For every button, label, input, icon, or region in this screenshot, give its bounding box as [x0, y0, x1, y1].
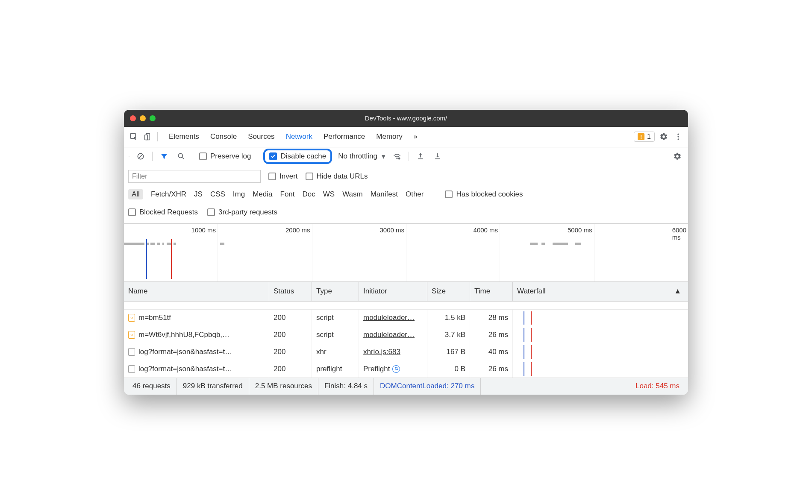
kebab-menu-icon[interactable] [673, 131, 684, 142]
svg-point-10 [398, 158, 400, 160]
search-icon[interactable] [176, 151, 187, 162]
tab-sources[interactable]: Sources [248, 132, 274, 141]
tick-label: 4000 ms [474, 226, 500, 234]
tab-network[interactable]: Network [286, 132, 312, 141]
col-initiator[interactable]: Initiator [359, 282, 427, 301]
request-size: 3.7 kB [427, 326, 470, 343]
disable-cache-label: Disable cache [280, 152, 326, 161]
type-font[interactable]: Font [280, 190, 295, 199]
import-har-icon[interactable] [415, 151, 426, 162]
request-time: 40 ms [470, 343, 513, 360]
col-time[interactable]: Time [470, 282, 513, 301]
request-type: xhr [312, 343, 359, 360]
file-type-icon [128, 348, 135, 356]
type-doc[interactable]: Doc [303, 190, 315, 199]
svg-point-3 [677, 134, 679, 135]
disable-cache-highlight: Disable cache [263, 149, 332, 164]
invert-checkbox[interactable]: Invert [268, 172, 298, 181]
disable-cache-checkbox[interactable]: Disable cache [269, 152, 326, 161]
panel-settings-icon[interactable] [672, 151, 683, 162]
type-img[interactable]: Img [233, 190, 245, 199]
blocked-requests-checkbox[interactable]: Blocked Requests [128, 208, 198, 217]
divider [193, 152, 193, 161]
initiator-link[interactable]: moduleloader… [363, 314, 415, 322]
request-status: 200 [269, 326, 312, 343]
table-row[interactable]: log?format=json&hasfast=t… 200 xhr xhrio… [124, 343, 688, 360]
type-ws[interactable]: WS [323, 190, 335, 199]
svg-rect-2 [145, 135, 148, 140]
preserve-log-checkbox[interactable]: Preserve log [199, 152, 251, 161]
hide-data-urls-checkbox[interactable]: Hide data URLs [306, 172, 368, 181]
request-time: 28 ms [470, 310, 513, 326]
file-type-icon: ‹› [128, 314, 135, 322]
tab-performance[interactable]: Performance [324, 132, 365, 141]
device-toolbar-icon[interactable] [143, 131, 154, 142]
type-other[interactable]: Other [406, 190, 424, 199]
waterfall-cell [513, 343, 688, 360]
tab-memory[interactable]: Memory [376, 132, 402, 141]
warning-icon: ! [638, 133, 644, 140]
issues-count: 1 [647, 133, 651, 141]
col-waterfall[interactable]: Waterfall▲ [513, 282, 688, 301]
filter-icon[interactable] [159, 151, 170, 162]
third-party-checkbox[interactable]: 3rd-party requests [207, 208, 277, 217]
type-manifest[interactable]: Manifest [371, 190, 398, 199]
type-filter-row: All Fetch/XHR JS CSS Img Media Font Doc … [128, 186, 684, 203]
status-requests: 46 requests [127, 378, 177, 395]
initiator-link[interactable]: moduleloader… [363, 331, 415, 339]
request-size: 167 B [427, 343, 470, 360]
col-size[interactable]: Size [427, 282, 470, 301]
request-time: 26 ms [470, 326, 513, 343]
export-har-icon[interactable] [432, 151, 443, 162]
tick-label: 1000 ms [191, 226, 218, 234]
main-toolbar: Elements Console Sources Network Perform… [124, 127, 688, 147]
close-window-button[interactable] [130, 115, 136, 121]
type-wasm[interactable]: Wasm [342, 190, 363, 199]
divider [157, 132, 158, 141]
type-media[interactable]: Media [253, 190, 272, 199]
throttling-select[interactable]: No throttling ▾ [338, 152, 385, 161]
table-row[interactable]: ‹›m=bm51tf 200 script moduleloader… 1.5 … [124, 309, 688, 326]
type-fetch-xhr[interactable]: Fetch/XHR [151, 190, 186, 199]
type-all[interactable]: All [128, 189, 143, 199]
clear-icon[interactable] [135, 151, 146, 162]
tab-elements[interactable]: Elements [169, 132, 199, 141]
minimize-window-button[interactable] [140, 115, 146, 121]
maximize-window-button[interactable] [150, 115, 156, 121]
titlebar: DevTools - www.google.com/ [124, 110, 688, 127]
filter-bar: Invert Hide data URLs All Fetch/XHR JS C… [124, 166, 688, 224]
svg-rect-11 [418, 158, 423, 159]
filter-input[interactable] [128, 170, 261, 183]
table-row[interactable]: log?format=json&hasfast=t… 200 preflight… [124, 360, 688, 378]
type-css[interactable]: CSS [210, 190, 225, 199]
tab-console[interactable]: Console [210, 132, 237, 141]
type-js[interactable]: JS [194, 190, 203, 199]
col-name[interactable]: Name [124, 282, 269, 301]
network-conditions-icon[interactable] [391, 151, 403, 162]
tick-label: 6000 ms [672, 226, 688, 241]
initiator-link[interactable]: xhrio.js:683 [363, 348, 400, 356]
svg-line-7 [138, 154, 143, 158]
request-type: preflight [312, 360, 359, 378]
svg-line-9 [182, 158, 184, 159]
tabs-overflow[interactable]: » [414, 132, 418, 141]
sort-indicator-icon: ▲ [674, 287, 681, 296]
col-status[interactable]: Status [269, 282, 312, 301]
has-blocked-cookies-checkbox[interactable]: Has blocked cookies [445, 190, 523, 199]
svg-point-5 [677, 138, 679, 140]
divider [409, 152, 409, 161]
settings-icon[interactable] [658, 131, 669, 142]
status-finish: Finish: 4.84 s [318, 378, 374, 395]
svg-point-8 [178, 153, 182, 158]
svg-point-4 [677, 136, 679, 137]
waterfall-cell [513, 310, 688, 326]
table-row[interactable]: ‹›m=Wt6vjf,hhhU8,FCpbqb,… 200 script mod… [124, 326, 688, 343]
timeline-overview[interactable]: 1000 ms 2000 ms 3000 ms 4000 ms 5000 ms … [124, 224, 688, 282]
issues-badge[interactable]: ! 1 [634, 132, 655, 142]
divider [257, 152, 257, 161]
status-transferred: 929 kB transferred [177, 378, 249, 395]
col-type[interactable]: Type [312, 282, 359, 301]
file-type-icon [128, 365, 135, 373]
inspect-element-icon[interactable] [128, 131, 139, 142]
tick-label: 2000 ms [285, 226, 312, 234]
